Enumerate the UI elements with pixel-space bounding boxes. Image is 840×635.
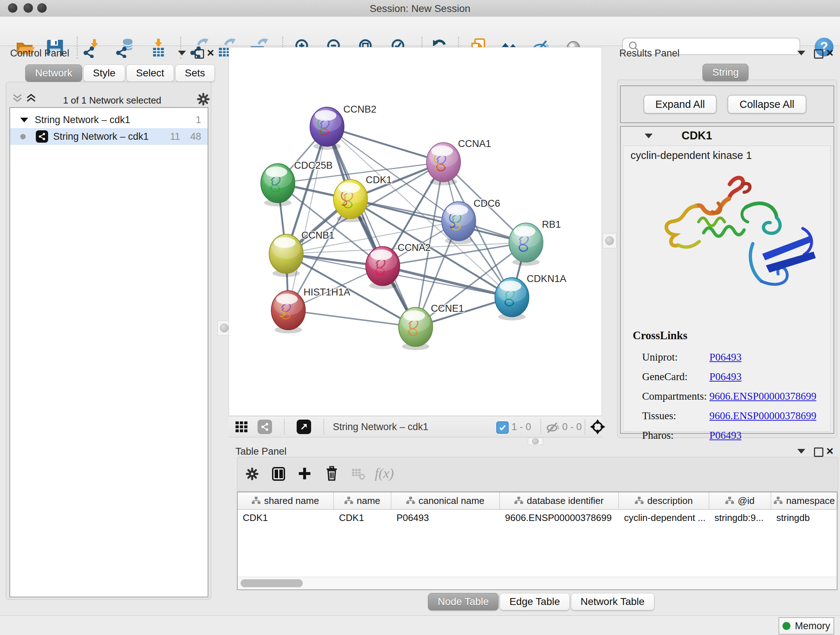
network-collection-row[interactable]: String Network – cdk1 1	[10, 111, 208, 128]
network-node-CCNE1[interactable]: CCNE1	[399, 303, 464, 350]
network-row-selected[interactable]: String Network – cdk1 11 48	[10, 128, 208, 145]
gene-card-collapse-icon[interactable]	[645, 134, 653, 138]
network-node-HIST1H1A[interactable]: HIST1H1A	[271, 287, 350, 333]
crosslink-value[interactable]: P06493	[709, 351, 742, 363]
network-edge-CCNB2-HIST1H1A[interactable]	[288, 127, 327, 310]
control-panel-close-icon[interactable]: ×	[207, 48, 214, 57]
netbar-divider	[284, 419, 285, 434]
crosslinks-title: CrossLinks	[633, 329, 687, 342]
crosslink-value[interactable]: 9606.ENSP00000378699	[709, 410, 816, 422]
table-row[interactable]: CDK1CDK1P064939606.ENSP00000378699cyclin…	[238, 510, 837, 526]
collection-label: String Network – cdk1	[35, 114, 130, 126]
import-network-database-icon[interactable]	[115, 38, 135, 58]
grid-view-icon[interactable]	[235, 421, 248, 434]
collection-count: 1	[196, 114, 201, 126]
column-header-namespace[interactable]: namespace	[771, 492, 838, 509]
network-type-icon	[36, 130, 48, 143]
table-cell[interactable]: P06493	[392, 510, 500, 526]
column-header-id[interactable]: @id	[709, 492, 771, 509]
netbar-divider	[584, 419, 585, 434]
network-view-title: String Network – cdk1	[333, 421, 428, 432]
table-hscrollbar-thumb[interactable]	[240, 579, 303, 587]
column-header-database-identifier[interactable]: database identifier	[500, 492, 619, 509]
node-label-CDC6: CDC6	[474, 198, 500, 209]
table-cell[interactable]: CDK1	[334, 510, 392, 526]
tab-string[interactable]: String	[703, 64, 748, 81]
table-cell[interactable]: cyclin-dependent ...	[619, 510, 709, 526]
column-header-description[interactable]: description	[619, 492, 709, 509]
gene-card-header[interactable]: CDK1	[621, 127, 834, 145]
status-bar: Memory	[0, 616, 840, 635]
network-node-CCNA2[interactable]: CCNA2	[366, 242, 431, 289]
tab-sets[interactable]: Sets	[175, 65, 215, 82]
tab-node-table[interactable]: Node Table	[428, 593, 499, 610]
crosslink-value[interactable]: 9606.ENSP00000378699	[709, 390, 816, 402]
table-cell[interactable]: stringdb	[771, 510, 838, 526]
import-table-icon[interactable]	[148, 38, 169, 58]
hidden-elements-eye-icon[interactable]	[546, 421, 560, 435]
network-node-CDKN1A[interactable]: CDKN1A	[495, 273, 567, 320]
show-columns-icon[interactable]	[272, 467, 286, 483]
results-panel-menu-icon[interactable]	[797, 51, 805, 55]
memory-button[interactable]: Memory	[778, 617, 834, 635]
column-header-name[interactable]: name	[334, 492, 392, 509]
fit-content-crosshair-icon[interactable]	[590, 419, 606, 436]
tab-network-table[interactable]: Network Table	[571, 593, 654, 610]
tab-network[interactable]: Network	[25, 65, 82, 82]
node-label-CCNA1: CCNA1	[458, 138, 491, 149]
column-header-canonical-name[interactable]: canonical name	[392, 492, 500, 509]
right-splitter-handle[interactable]	[603, 233, 616, 249]
crosslink-value[interactable]: P06493	[709, 371, 742, 383]
table-gear-icon[interactable]	[246, 467, 259, 482]
control-panel-float-icon[interactable]	[195, 49, 204, 59]
table-panel-menu-icon[interactable]	[797, 449, 805, 454]
table-cell[interactable]: stringdb:9...	[709, 510, 771, 526]
delete-table-icon[interactable]	[351, 467, 366, 482]
network-node-CCNB2[interactable]: CCNB2	[310, 104, 377, 150]
delete-column-trash-icon[interactable]	[325, 466, 338, 483]
table-panel-close-icon[interactable]: ×	[826, 446, 834, 455]
detach-view-icon[interactable]	[297, 420, 311, 434]
crosslinks-list: Uniprot:P06493GeneCard:P06493Compartment…	[642, 347, 823, 445]
gene-card-body: cyclin-dependent kinase 1	[623, 146, 831, 432]
table-cell[interactable]: CDK1	[238, 510, 334, 526]
network-canvas[interactable]: CCNB2CCNA1CDC25BCDK1CDC6RB1CCNB1CCNA2CDK…	[229, 47, 602, 416]
node-label-CDKN1A: CDKN1A	[527, 273, 567, 284]
network-edge-HIST1H1A-CCNE1[interactable]	[288, 310, 416, 327]
network-node-CDC25B[interactable]: CDC25B	[261, 160, 333, 206]
node-label-CDK1: CDK1	[366, 174, 392, 185]
collapse-all-networks-icon[interactable]	[12, 93, 22, 104]
control-panel-menu-icon[interactable]	[178, 51, 186, 55]
results-panel-float-icon[interactable]	[814, 49, 823, 59]
node-label-RB1: RB1	[542, 219, 561, 230]
function-builder-icon[interactable]: f(x)	[375, 465, 394, 481]
collapse-all-button[interactable]: Collapse All	[728, 95, 806, 114]
network-options-gear-icon[interactable]	[197, 93, 210, 107]
import-network-file-icon[interactable]	[82, 38, 103, 58]
expand-all-networks-icon[interactable]	[26, 93, 36, 104]
node-label-CCNB2: CCNB2	[343, 104, 377, 115]
network-node-RB1[interactable]: RB1	[509, 219, 561, 266]
add-column-icon[interactable]	[298, 467, 311, 482]
crosslink-value[interactable]: P06493	[709, 429, 742, 441]
network-status-dot	[20, 134, 26, 139]
network-node-CCNB1[interactable]: CCNB1	[269, 230, 335, 277]
table-tabs: Node TableEdge TableNetwork Table	[428, 593, 655, 610]
selected-nodes-checkbox[interactable]	[496, 421, 508, 434]
control-panel-title: Control Panel	[10, 48, 69, 59]
collection-expand-icon[interactable]	[20, 118, 28, 122]
network-edge-CCNB2-CCNA1[interactable]	[327, 127, 444, 162]
network-share-view-icon[interactable]	[257, 420, 272, 434]
table-panel-float-icon[interactable]	[814, 448, 823, 457]
tab-edge-table[interactable]: Edge Table	[500, 593, 570, 610]
column-header-shared-name[interactable]: shared name	[238, 492, 334, 509]
tab-style[interactable]: Style	[83, 65, 125, 82]
bottom-splitter-handle[interactable]	[528, 438, 543, 445]
network-node-CCNA1[interactable]: CCNA1	[426, 138, 491, 185]
results-panel-close-icon[interactable]: ×	[826, 48, 834, 57]
expand-all-button[interactable]: Expand All	[644, 95, 717, 114]
network-edge-count: 48	[190, 131, 201, 142]
table-hscrollbar[interactable]	[238, 577, 837, 589]
table-cell[interactable]: 9606.ENSP00000378699	[500, 510, 619, 526]
tab-select[interactable]: Select	[126, 65, 174, 82]
